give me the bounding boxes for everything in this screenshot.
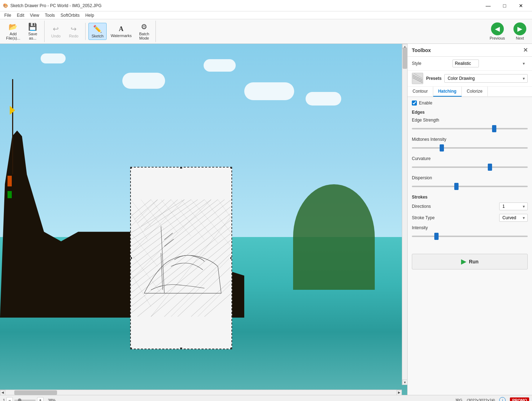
sketch-icon: ✏️ <box>93 25 102 33</box>
scroll-thumb-horizontal[interactable] <box>14 390 57 395</box>
svg-line-25 <box>131 200 184 253</box>
svg-line-40 <box>131 233 158 266</box>
page-indicator: 1 <box>3 398 5 401</box>
save-as-button[interactable]: 💾 Saveas... <box>24 21 41 42</box>
scroll-right-arrow[interactable]: ▶ <box>397 390 402 395</box>
menu-view[interactable]: View <box>27 12 42 19</box>
svg-line-42 <box>131 273 151 307</box>
enable-label: Enable <box>419 101 432 106</box>
add-files-button[interactable]: 📂 AddFile(s)... <box>3 21 24 42</box>
handle-tr[interactable] <box>230 167 232 169</box>
title-bar: 🎨 Sketch Drawer Pro - PC World - IMG_205… <box>0 0 532 11</box>
stroke-type-row: Stroke Type CurvedStraightWavy ▼ <box>412 214 528 222</box>
edge-strength-slider[interactable] <box>412 128 528 129</box>
scroll-left-arrow[interactable]: ◀ <box>0 390 5 395</box>
handle-mr[interactable] <box>230 257 232 259</box>
handle-bm[interactable] <box>180 347 183 349</box>
file-dimensions: (3022x3022x24) <box>467 398 495 401</box>
preset-select[interactable]: Color Drawing Pencil Sketch Charcoal Blu… <box>444 74 528 83</box>
svg-line-19 <box>151 246 231 317</box>
promo-badge[interactable]: PROMO <box>510 397 529 401</box>
svg-line-28 <box>171 256 231 317</box>
svg-line-36 <box>191 200 231 246</box>
scroll-thumb-vertical[interactable] <box>403 47 407 69</box>
svg-line-14 <box>131 213 231 293</box>
style-select-wrapper: Realistic Classic Simple ▼ <box>452 60 528 67</box>
edge-strength-slider-container <box>412 124 528 132</box>
tab-hatching[interactable]: Hatching <box>433 87 462 97</box>
tab-contour[interactable]: Contour <box>408 87 433 97</box>
presets-row: Presets Color Drawing Pencil Sketch Char… <box>408 71 532 87</box>
menu-softorbits[interactable]: SoftOrbits <box>58 12 82 19</box>
zoom-level: 38% <box>48 398 56 401</box>
handle-tm[interactable] <box>180 167 183 169</box>
next-button[interactable]: ▶ Next <box>511 21 529 42</box>
svg-line-9 <box>131 200 211 260</box>
sketch-button[interactable]: ✏️ Sketch <box>88 23 107 40</box>
undo-button[interactable]: ↩ Undo <box>47 23 65 40</box>
undo-label: Undo <box>51 34 61 38</box>
tab-colorize[interactable]: Colorize <box>462 87 488 97</box>
menu-file[interactable]: File <box>1 12 14 19</box>
run-icon: ▶ <box>461 258 466 266</box>
directions-label: Directions <box>412 204 496 209</box>
sketch-content <box>131 168 231 349</box>
menu-tools[interactable]: Tools <box>42 12 58 19</box>
stroke-type-select[interactable]: CurvedStraightWavy <box>499 214 528 222</box>
sketch-label: Sketch <box>92 34 104 38</box>
intensity-slider[interactable] <box>412 236 528 237</box>
watermarks-button[interactable]: A Watermarks <box>107 24 135 40</box>
toolbox-close-button[interactable]: ✕ <box>523 47 528 53</box>
handle-tl[interactable] <box>130 167 132 169</box>
style-select[interactable]: Realistic Classic Simple <box>452 60 479 67</box>
menu-help[interactable]: Help <box>82 12 97 19</box>
midtones-intensity-row: Midtones Intensity <box>412 137 528 151</box>
scroll-down-arrow[interactable]: ▼ <box>402 380 407 385</box>
menu-edit[interactable]: Edit <box>14 12 27 19</box>
curvature-slider[interactable] <box>412 166 528 168</box>
svg-line-44 <box>164 233 173 240</box>
minimize-button[interactable]: — <box>480 0 496 11</box>
file-format: JPG <box>455 398 462 401</box>
midtones-intensity-slider[interactable] <box>412 147 528 149</box>
svg-line-29 <box>198 283 231 317</box>
dispersion-slider[interactable] <box>412 186 528 187</box>
svg-rect-52 <box>14 400 36 401</box>
island <box>293 184 374 290</box>
canvas-area[interactable]: ▲ ▼ ◀ ▶ <box>0 44 407 395</box>
undo-icon: ↩ <box>53 25 59 33</box>
vertical-scrollbar[interactable]: ▲ ▼ <box>402 44 407 385</box>
toolbox-title: Toolbox <box>412 47 431 53</box>
style-label: Style <box>412 61 450 66</box>
previous-button[interactable]: ◀ Previous <box>487 21 508 42</box>
redo-icon: ↪ <box>71 25 77 33</box>
zoom-in-button[interactable]: + <box>37 397 44 401</box>
previous-icon: ◀ <box>491 22 504 35</box>
info-icon[interactable]: i <box>499 397 506 401</box>
save-icon: 💾 <box>28 22 37 31</box>
previous-label: Previous <box>490 36 505 40</box>
handle-bl[interactable] <box>130 347 132 349</box>
directions-select[interactable]: 1234 <box>499 202 528 210</box>
batch-mode-button[interactable]: ⚙ BatchMode <box>135 21 153 42</box>
svg-line-3 <box>141 200 171 226</box>
redo-button[interactable]: ↪ Redo <box>65 23 82 40</box>
handle-br[interactable] <box>230 347 232 349</box>
batch-mode-icon: ⚙ <box>141 22 147 31</box>
horizontal-scrollbar[interactable]: ◀ ▶ <box>0 390 402 395</box>
presets-icon <box>412 73 423 84</box>
run-button[interactable]: ▶ Run <box>412 254 528 269</box>
toolbox-panel: Toolbox ✕ Style Realistic Classic Simple… <box>407 44 532 395</box>
preset-select-wrapper: Color Drawing Pencil Sketch Charcoal Blu… <box>444 74 528 83</box>
svg-line-4 <box>144 200 178 230</box>
next-label: Next <box>516 36 524 40</box>
handle-ml[interactable] <box>130 257 132 259</box>
maximize-button[interactable]: □ <box>496 0 513 11</box>
edge-strength-row: Edge Strength <box>412 118 528 132</box>
close-button[interactable]: ✕ <box>513 0 529 11</box>
sketch-selection[interactable] <box>130 167 232 349</box>
enable-checkbox[interactable] <box>412 101 417 106</box>
dispersion-row: Dispersion <box>412 175 528 190</box>
zoom-controls: 1 − + <box>3 397 44 401</box>
zoom-out-button[interactable]: − <box>6 397 13 401</box>
